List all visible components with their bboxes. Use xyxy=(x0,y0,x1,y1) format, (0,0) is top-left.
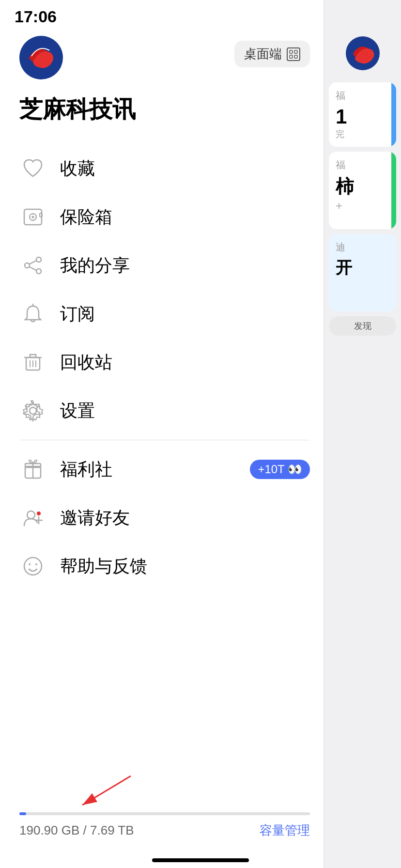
safe-icon xyxy=(19,203,46,231)
share-icon xyxy=(19,252,46,279)
welfare-label: 福利社 xyxy=(60,458,250,481)
menu-item-trash[interactable]: 回收站 xyxy=(19,338,310,387)
storage-arrow-svg xyxy=(44,774,150,812)
home-indicator xyxy=(152,858,249,862)
menu-list: 收藏 保险箱 xyxy=(19,144,310,435)
app-title: 芝麻科技讯 xyxy=(19,94,310,125)
right-card-3: 迪 开 xyxy=(329,234,396,311)
welfare-badge: +10T 👀 xyxy=(250,460,310,479)
svg-point-8 xyxy=(32,216,34,218)
menu-divider xyxy=(19,440,310,440)
app-logo xyxy=(19,36,63,79)
right-card-1-number: 1 xyxy=(336,105,389,128)
menu-item-welfare[interactable]: 福利社 +10T 👀 xyxy=(19,445,310,494)
svg-rect-2 xyxy=(290,50,293,53)
right-card-2-accent xyxy=(391,152,396,229)
storage-section: 190.90 GB / 7.69 TB 容量管理 xyxy=(19,774,310,839)
svg-line-37 xyxy=(82,776,131,805)
invite-icon xyxy=(19,504,46,531)
app-header: 桌面端 xyxy=(19,36,310,79)
welfare-badge-text: +10T 👀 xyxy=(258,463,302,476)
svg-point-32 xyxy=(37,512,41,515)
storage-manage-button[interactable]: 容量管理 xyxy=(260,822,310,839)
right-card-1-label: 福 xyxy=(336,89,389,102)
trash-icon xyxy=(19,349,46,376)
menu-item-favorites[interactable]: 收藏 xyxy=(19,144,310,193)
menu-item-subscribe[interactable]: 订阅 xyxy=(19,290,310,338)
gear-icon xyxy=(19,397,46,424)
svg-rect-3 xyxy=(294,50,297,53)
menu-item-share[interactable]: 我的分享 xyxy=(19,241,310,290)
right-card-2-label: 福 xyxy=(336,158,389,171)
right-card-1-sub: 完 xyxy=(336,128,389,140)
svg-point-35 xyxy=(35,563,37,565)
gift-icon xyxy=(19,456,46,483)
svg-line-17 xyxy=(30,261,36,264)
right-card-1: 福 1 完 xyxy=(329,82,396,147)
desktop-label: 桌面端 xyxy=(244,46,282,62)
svg-rect-13 xyxy=(40,213,42,217)
safe-label: 保险箱 xyxy=(60,205,310,229)
svg-point-29 xyxy=(27,511,35,519)
favorites-label: 收藏 xyxy=(60,157,310,181)
svg-point-34 xyxy=(29,563,31,565)
menu-list-secondary: 福利社 +10T 👀 邀请好友 xyxy=(19,445,310,590)
right-card-3-label: 迪 xyxy=(336,241,389,254)
svg-point-16 xyxy=(25,263,30,268)
storage-bar-fill xyxy=(19,812,26,815)
desktop-icon xyxy=(287,47,300,61)
storage-info: 190.90 GB / 7.69 TB 容量管理 xyxy=(19,822,310,839)
trash-label: 回收站 xyxy=(60,351,310,374)
svg-rect-4 xyxy=(290,55,293,58)
right-card-3-content: 开 xyxy=(336,257,389,279)
svg-point-25 xyxy=(30,407,36,414)
storage-text: 190.90 GB / 7.69 TB xyxy=(19,823,134,838)
settings-label: 设置 xyxy=(60,399,310,423)
heart-icon xyxy=(19,155,46,182)
right-panel: 福 1 完 福 柿 + 迪 开 发现 xyxy=(324,0,401,868)
invite-label: 邀请好友 xyxy=(60,506,310,530)
status-time: 17:06 xyxy=(15,7,57,26)
storage-bar-container xyxy=(19,812,310,815)
right-panel-logo xyxy=(343,34,382,73)
arrow-annotation xyxy=(19,774,310,812)
svg-line-18 xyxy=(30,267,36,270)
main-panel: 桌面端 芝麻科技讯 收藏 xyxy=(0,26,329,590)
help-label: 帮助与反馈 xyxy=(60,555,310,578)
right-card-2: 福 柿 + xyxy=(329,152,396,229)
svg-rect-5 xyxy=(294,55,297,58)
svg-point-33 xyxy=(24,558,42,575)
desktop-button[interactable]: 桌面端 xyxy=(234,41,310,67)
share-label: 我的分享 xyxy=(60,254,310,278)
bell-icon xyxy=(19,300,46,327)
menu-item-settings[interactable]: 设置 xyxy=(19,387,310,435)
svg-point-14 xyxy=(36,257,41,262)
menu-item-safe[interactable]: 保险箱 xyxy=(19,193,310,241)
menu-item-invite[interactable]: 邀请好友 xyxy=(19,494,310,542)
svg-point-15 xyxy=(36,269,41,274)
discover-button[interactable]: 发现 xyxy=(329,316,396,336)
right-card-2-content: 柿 xyxy=(336,174,389,199)
right-card-1-accent xyxy=(391,82,396,147)
smile-icon xyxy=(19,553,46,580)
subscribe-label: 订阅 xyxy=(60,302,310,326)
menu-item-help[interactable]: 帮助与反馈 xyxy=(19,542,310,590)
